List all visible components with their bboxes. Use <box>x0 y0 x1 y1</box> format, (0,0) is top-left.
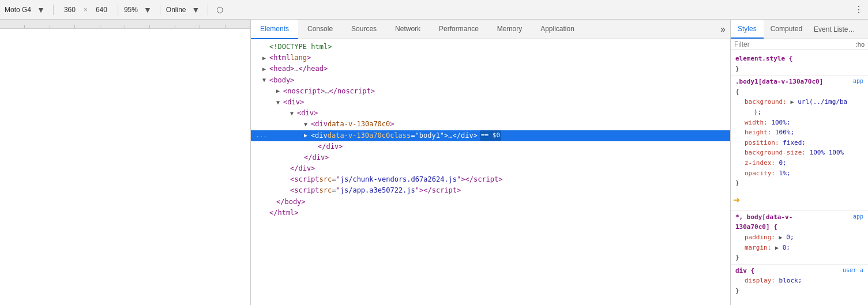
throttle-selector[interactable]: Online <box>166 6 186 14</box>
rule-body1-header: .body1[data-v-130a70c0] app <box>735 77 863 87</box>
close-brace1: } <box>735 179 739 187</box>
body-star-source[interactable]: app <box>853 212 863 221</box>
dimension-x: × <box>84 6 88 14</box>
prop-margin-val: 0; <box>783 244 790 251</box>
prop-position: position: fixed; <box>745 138 863 148</box>
tab-memory[interactable]: Memory <box>488 20 531 39</box>
script2-tag: <script <box>290 185 320 196</box>
rule-body1-props: background: ▶ url(../img/ba ); width: 10… <box>735 97 863 178</box>
triangle-toggle-bg[interactable]: ▶ <box>790 99 794 105</box>
div4-close-tag: </div> <box>453 130 478 141</box>
throttle-dropdown-arrow[interactable]: ▼ <box>189 5 202 15</box>
tab-application[interactable]: Application <box>531 20 584 39</box>
dom-node-div4-selected[interactable]: ... ▶ <div data-v-130a70c0 class="body1"… <box>251 130 730 141</box>
prop-background: background: ▶ url(../img/ba <box>745 97 863 107</box>
ruler-mark <box>150 25 175 28</box>
body1-source[interactable]: app <box>853 77 863 86</box>
prop-padding-val: 0; <box>786 234 794 241</box>
page-preview-panel <box>0 20 251 305</box>
indent <box>255 86 276 97</box>
toggle-empty4 <box>283 175 290 184</box>
rotate-icon[interactable]: ⬡ <box>214 5 226 15</box>
dom-node-head[interactable]: ▶ <head>…</head> <box>251 63 730 74</box>
div4-tag-close: > <box>444 130 448 141</box>
filter-pseudo-label[interactable]: :ho <box>856 41 865 48</box>
element-style-close: } <box>735 65 739 73</box>
tab-console[interactable]: Console <box>298 20 342 39</box>
dom-dots: ... <box>255 130 267 141</box>
rule-div-header: div { user a <box>735 266 863 276</box>
dom-node-script2[interactable]: <script src="js/app.a3e50722.js"></scrip… <box>251 185 730 196</box>
tab-event-listeners[interactable]: Event Liste… <box>809 20 859 39</box>
dom-tab-more-icon[interactable]: » <box>716 24 730 35</box>
tab-performance[interactable]: Performance <box>430 20 488 39</box>
close-brace2: } <box>735 254 739 261</box>
triangle-toggle-padding[interactable]: ▶ <box>779 234 783 240</box>
tab-computed[interactable]: Computed <box>764 20 809 39</box>
head-toggle[interactable]: ▶ <box>262 65 269 74</box>
height-input[interactable] <box>91 6 112 14</box>
div2-toggle[interactable]: ▼ <box>290 109 297 118</box>
div-source[interactable]: user a <box>843 266 863 275</box>
dom-node-div3[interactable]: ▼ <div data-v-130a70c0> <box>251 119 730 130</box>
rule-body-star: *, body[data-v- app 130a70c0] { padding:… <box>731 210 868 264</box>
div3-tag: <div <box>311 119 328 130</box>
styles-filter-input[interactable] <box>734 40 856 48</box>
prop-opacity-name: opacity: <box>745 170 775 177</box>
script2-val-close: "></script> <box>415 185 461 196</box>
script2-src-link[interactable]: js/app.a3e50722.js <box>340 185 415 196</box>
dom-tree-content: <!DOCTYPE html> ▶ <html lang> ▶ <head>…<… <box>251 39 730 305</box>
dom-node-html[interactable]: ▶ <html lang> <box>251 52 730 63</box>
ruler-mark <box>175 25 200 28</box>
script1-tag: <script <box>290 174 320 185</box>
styles-panel: Styles Computed Event Liste… :ho element… <box>731 20 868 305</box>
script1-src-link[interactable]: js/chunk-vendors.d67a2624.js <box>340 174 457 185</box>
dom-node-div2[interactable]: ▼ <div> <box>251 108 730 119</box>
dom-node-body-close[interactable]: </body> <box>251 197 730 208</box>
div3-tag-close: > <box>390 119 394 130</box>
div4-toggle[interactable]: ▶ <box>304 131 311 140</box>
rule-div-props: display: block; <box>735 276 863 286</box>
toolbar-more-icon[interactable]: ⋮ <box>854 4 863 15</box>
dom-node-script1[interactable]: <script src="js/chunk-vendors.d67a2624.j… <box>251 174 730 185</box>
rule-body-star-close: } <box>735 253 863 263</box>
noscript-toggle[interactable]: ▶ <box>276 86 283 96</box>
dom-node-body[interactable]: ▼ <body> <box>251 75 730 86</box>
dom-node-noscript[interactable]: ▶ <noscript>…</noscript> <box>251 86 730 97</box>
html-toggle[interactable]: ▶ <box>262 54 269 63</box>
prop-display-val: block; <box>779 277 802 284</box>
div1-close-tag: </div> <box>290 163 315 174</box>
div1-toggle[interactable]: ▼ <box>276 98 283 107</box>
dom-node-div3-close[interactable]: </div> <box>251 141 730 152</box>
div4-tag-open: <div <box>311 130 328 141</box>
triangle-toggle-margin[interactable]: ▶ <box>775 244 779 251</box>
tab-elements[interactable]: Elements <box>251 20 298 39</box>
page-preview-content <box>0 29 250 305</box>
prop-width-name: width: <box>745 119 768 126</box>
dom-node-div1-close[interactable]: </div> <box>251 163 730 174</box>
body-toggle[interactable]: ▼ <box>262 76 269 85</box>
zoom-selector[interactable]: 95% <box>124 6 138 14</box>
dom-node-html-close[interactable]: </html> <box>251 208 730 219</box>
width-input[interactable] <box>59 6 80 14</box>
ruler-mark <box>75 25 100 28</box>
dom-node-div2-close[interactable]: </div> <box>251 152 730 163</box>
tab-styles[interactable]: Styles <box>731 20 764 39</box>
toggle-placeholder <box>262 43 269 52</box>
tab-network[interactable]: Network <box>386 20 430 39</box>
rule-element-style: element.style { } <box>731 52 868 75</box>
head-close-tag: </head> <box>299 63 328 74</box>
div4-eq: = <box>411 130 415 141</box>
prop-position-val: fixed; <box>783 139 806 146</box>
zoom-dropdown-arrow[interactable]: ▼ <box>141 5 154 15</box>
dom-node-div1[interactable]: ▼ <div> <box>251 97 730 108</box>
device-dropdown-arrow[interactable]: ▼ <box>35 5 47 15</box>
styles-content: element.style { } .body1[data-v-130a70c0… <box>731 50 868 305</box>
html-tag-close: > <box>307 52 311 63</box>
toolbar-separator-4 <box>208 5 208 15</box>
dom-node-doctype[interactable]: <!DOCTYPE html> <box>251 42 730 52</box>
ruler-marks <box>0 20 250 28</box>
tab-sources[interactable]: Sources <box>342 20 386 39</box>
div3-toggle[interactable]: ▼ <box>304 120 311 129</box>
toggle-empty <box>311 142 318 151</box>
